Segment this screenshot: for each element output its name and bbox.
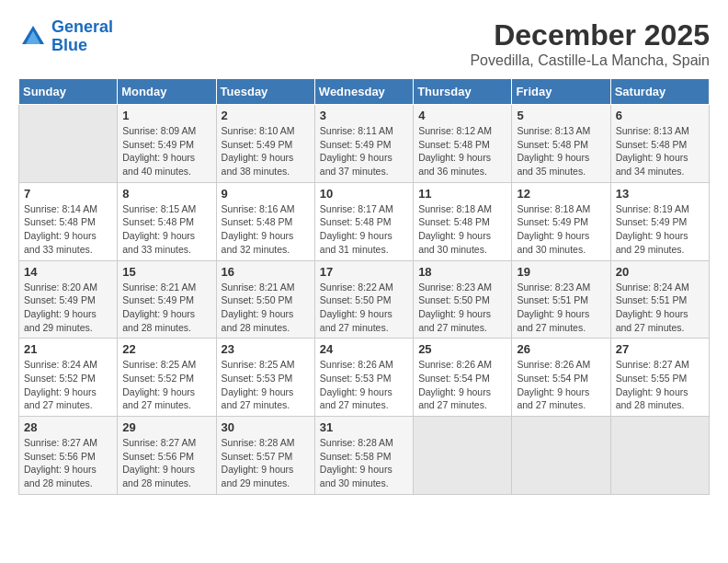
- day-number: 30: [222, 420, 310, 434]
- calendar-cell: 25 Sunrise: 8:26 AMSunset: 5:54 PMDaylig…: [414, 339, 512, 417]
- calendar-cell: 18 Sunrise: 8:23 AMSunset: 5:50 PMDaylig…: [414, 260, 512, 339]
- calendar-cell: 5 Sunrise: 8:13 AMSunset: 5:48 PMDayligh…: [512, 105, 610, 183]
- day-info: Sunrise: 8:27 AMSunset: 5:56 PMDaylight:…: [24, 437, 97, 488]
- day-info: Sunrise: 8:26 AMSunset: 5:53 PMDaylight:…: [320, 359, 393, 410]
- calendar-cell: 20 Sunrise: 8:24 AMSunset: 5:51 PMDaylig…: [610, 260, 709, 339]
- calendar-cell: 21 Sunrise: 8:24 AMSunset: 5:52 PMDaylig…: [19, 339, 118, 417]
- day-info: Sunrise: 8:18 AMSunset: 5:48 PMDaylight:…: [418, 203, 492, 255]
- calendar-cell: 8 Sunrise: 8:15 AMSunset: 5:48 PMDayligh…: [118, 182, 216, 260]
- day-info: Sunrise: 8:24 AMSunset: 5:52 PMDaylight:…: [24, 359, 97, 410]
- day-info: Sunrise: 8:13 AMSunset: 5:48 PMDaylight:…: [616, 125, 689, 177]
- calendar-cell: 1 Sunrise: 8:09 AMSunset: 5:49 PMDayligh…: [118, 105, 216, 183]
- day-number: 17: [320, 265, 408, 279]
- logo: General Blue: [18, 18, 113, 55]
- day-info: Sunrise: 8:26 AMSunset: 5:54 PMDaylight:…: [517, 359, 590, 410]
- calendar-cell: 11 Sunrise: 8:18 AMSunset: 5:48 PMDaylig…: [414, 182, 512, 260]
- calendar-cell: 10 Sunrise: 8:17 AMSunset: 5:48 PMDaylig…: [314, 182, 413, 260]
- day-info: Sunrise: 8:23 AMSunset: 5:51 PMDaylight:…: [517, 282, 590, 333]
- calendar-table: SundayMondayTuesdayWednesdayThursdayFrid…: [18, 78, 710, 495]
- day-number: 8: [122, 187, 210, 201]
- day-number: 5: [517, 109, 605, 122]
- calendar-cell: [414, 417, 512, 495]
- day-info: Sunrise: 8:21 AMSunset: 5:50 PMDaylight:…: [222, 282, 295, 333]
- logo-text: General Blue: [51, 18, 113, 55]
- day-info: Sunrise: 8:19 AMSunset: 5:49 PMDaylight:…: [616, 203, 689, 255]
- week-row-1: 1 Sunrise: 8:09 AMSunset: 5:49 PMDayligh…: [19, 105, 710, 183]
- day-info: Sunrise: 8:13 AMSunset: 5:48 PMDaylight:…: [517, 125, 590, 177]
- calendar-cell: 15 Sunrise: 8:21 AMSunset: 5:49 PMDaylig…: [118, 260, 216, 339]
- day-number: 3: [320, 109, 408, 122]
- day-number: 21: [24, 342, 112, 356]
- header-saturday: Saturday: [610, 79, 709, 105]
- day-info: Sunrise: 8:14 AMSunset: 5:48 PMDaylight:…: [24, 203, 97, 255]
- calendar-cell: [19, 105, 118, 183]
- calendar-cell: 14 Sunrise: 8:20 AMSunset: 5:49 PMDaylig…: [19, 260, 118, 339]
- calendar-cell: 7 Sunrise: 8:14 AMSunset: 5:48 PMDayligh…: [19, 182, 118, 260]
- day-number: 23: [222, 342, 310, 356]
- logo-icon: [18, 22, 48, 52]
- day-info: Sunrise: 8:20 AMSunset: 5:49 PMDaylight:…: [24, 282, 97, 333]
- header-friday: Friday: [512, 79, 610, 105]
- day-info: Sunrise: 8:21 AMSunset: 5:49 PMDaylight:…: [122, 282, 196, 333]
- day-info: Sunrise: 8:24 AMSunset: 5:51 PMDaylight:…: [616, 282, 689, 333]
- week-row-2: 7 Sunrise: 8:14 AMSunset: 5:48 PMDayligh…: [19, 182, 710, 260]
- calendar-cell: 3 Sunrise: 8:11 AMSunset: 5:49 PMDayligh…: [314, 105, 413, 183]
- day-number: 20: [616, 265, 704, 279]
- header-thursday: Thursday: [414, 79, 512, 105]
- week-row-4: 21 Sunrise: 8:24 AMSunset: 5:52 PMDaylig…: [19, 339, 710, 417]
- header-sunday: Sunday: [19, 79, 118, 105]
- calendar-header-row: SundayMondayTuesdayWednesdayThursdayFrid…: [19, 79, 710, 105]
- calendar-cell: [512, 417, 610, 495]
- calendar-cell: 24 Sunrise: 8:26 AMSunset: 5:53 PMDaylig…: [314, 339, 413, 417]
- calendar-cell: 13 Sunrise: 8:19 AMSunset: 5:49 PMDaylig…: [610, 182, 709, 260]
- logo-line1: General: [51, 17, 113, 36]
- day-number: 18: [418, 265, 506, 279]
- day-number: 1: [122, 109, 210, 122]
- day-number: 22: [122, 342, 210, 356]
- logo-line2: Blue: [51, 36, 87, 54]
- calendar-cell: 16 Sunrise: 8:21 AMSunset: 5:50 PMDaylig…: [216, 260, 314, 339]
- day-number: 15: [122, 265, 210, 279]
- day-info: Sunrise: 8:16 AMSunset: 5:48 PMDaylight:…: [222, 203, 295, 255]
- day-info: Sunrise: 8:26 AMSunset: 5:54 PMDaylight:…: [418, 359, 492, 410]
- day-number: 29: [122, 420, 210, 434]
- day-info: Sunrise: 8:17 AMSunset: 5:48 PMDaylight:…: [320, 203, 393, 255]
- day-info: Sunrise: 8:18 AMSunset: 5:49 PMDaylight:…: [517, 203, 590, 255]
- calendar-cell: 2 Sunrise: 8:10 AMSunset: 5:49 PMDayligh…: [216, 105, 314, 183]
- day-info: Sunrise: 8:09 AMSunset: 5:49 PMDaylight:…: [122, 125, 196, 177]
- page-header: General Blue December 2025 Povedilla, Ca…: [18, 18, 710, 69]
- calendar-cell: 9 Sunrise: 8:16 AMSunset: 5:48 PMDayligh…: [216, 182, 314, 260]
- week-row-3: 14 Sunrise: 8:20 AMSunset: 5:49 PMDaylig…: [19, 260, 710, 339]
- day-info: Sunrise: 8:27 AMSunset: 5:56 PMDaylight:…: [122, 437, 196, 488]
- calendar-cell: 26 Sunrise: 8:26 AMSunset: 5:54 PMDaylig…: [512, 339, 610, 417]
- day-number: 14: [24, 265, 112, 279]
- header-wednesday: Wednesday: [314, 79, 413, 105]
- calendar-cell: 12 Sunrise: 8:18 AMSunset: 5:49 PMDaylig…: [512, 182, 610, 260]
- calendar-subtitle: Povedilla, Castille-La Mancha, Spain: [470, 52, 710, 69]
- day-number: 12: [517, 187, 605, 201]
- day-info: Sunrise: 8:25 AMSunset: 5:53 PMDaylight:…: [222, 359, 295, 410]
- day-info: Sunrise: 8:28 AMSunset: 5:57 PMDaylight:…: [222, 437, 295, 488]
- day-number: 4: [418, 109, 506, 122]
- day-number: 10: [320, 187, 408, 201]
- calendar-cell: 22 Sunrise: 8:25 AMSunset: 5:52 PMDaylig…: [118, 339, 216, 417]
- calendar-cell: 28 Sunrise: 8:27 AMSunset: 5:56 PMDaylig…: [19, 417, 118, 495]
- day-info: Sunrise: 8:11 AMSunset: 5:49 PMDaylight:…: [320, 125, 393, 177]
- calendar-cell: 30 Sunrise: 8:28 AMSunset: 5:57 PMDaylig…: [216, 417, 314, 495]
- header-tuesday: Tuesday: [216, 79, 314, 105]
- day-number: 19: [517, 265, 605, 279]
- calendar-cell: 23 Sunrise: 8:25 AMSunset: 5:53 PMDaylig…: [216, 339, 314, 417]
- day-number: 25: [418, 342, 506, 356]
- week-row-5: 28 Sunrise: 8:27 AMSunset: 5:56 PMDaylig…: [19, 417, 710, 495]
- day-info: Sunrise: 8:25 AMSunset: 5:52 PMDaylight:…: [122, 359, 196, 410]
- day-number: 31: [320, 420, 408, 434]
- day-number: 9: [222, 187, 310, 201]
- calendar-cell: [610, 417, 709, 495]
- calendar-title: December 2025: [470, 18, 710, 52]
- day-info: Sunrise: 8:10 AMSunset: 5:49 PMDaylight:…: [222, 125, 295, 177]
- day-info: Sunrise: 8:28 AMSunset: 5:58 PMDaylight:…: [320, 437, 393, 488]
- day-number: 26: [517, 342, 605, 356]
- day-number: 7: [24, 187, 112, 201]
- calendar-cell: 4 Sunrise: 8:12 AMSunset: 5:48 PMDayligh…: [414, 105, 512, 183]
- calendar-cell: 17 Sunrise: 8:22 AMSunset: 5:50 PMDaylig…: [314, 260, 413, 339]
